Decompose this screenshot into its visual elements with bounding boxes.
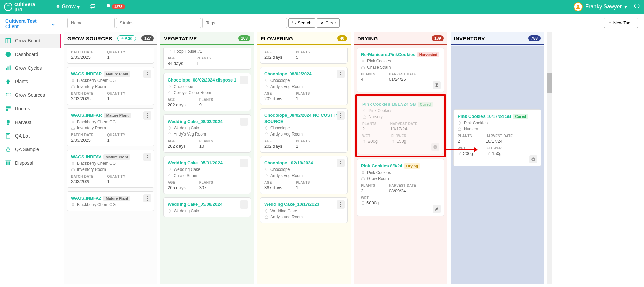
sidebar-icon	[5, 92, 12, 98]
card-title[interactable]: Chocolope_08/02/2024 NO COST IN SOURCE	[264, 113, 339, 124]
chevron-down-icon: ⌄	[51, 21, 55, 26]
card-title[interactable]: WAGS.INBFAP	[71, 71, 102, 76]
inventory-card: Pink Cookies 10/17/24 SBCuredPink Cookie…	[453, 109, 541, 166]
search-button[interactable]: Search	[288, 18, 315, 28]
card-title[interactable]: Wedding Cake_10/17/2023	[264, 202, 319, 207]
leaf-icon[interactable]	[433, 205, 441, 213]
card-menu-button[interactable]: ⋮	[143, 194, 151, 202]
sidebar-icon	[5, 146, 12, 153]
card-title[interactable]: Chocolope_08/02/2024	[264, 71, 311, 76]
card-title[interactable]: Wedding Cake_05/31/2024	[168, 160, 223, 165]
client-selector[interactable]: Cultivera Test Client ⌄	[0, 14, 61, 34]
hourglass-icon[interactable]	[433, 81, 441, 89]
name-input[interactable]	[67, 18, 115, 28]
grow-board: GROW SOURCES + Add 127 BATCH DATE2/03/20…	[61, 32, 644, 287]
clear-button[interactable]: ✕ Clear	[317, 18, 340, 28]
sidebar-item-label: QA Sample	[15, 147, 39, 152]
sidebar-item-grow-board[interactable]: Grow Board	[0, 34, 61, 48]
veg-card: Hoop House #1AGE84 daysPLANTS1	[163, 48, 251, 70]
column-count: 103	[238, 35, 250, 41]
sidebar-item-label: Disposal	[15, 160, 33, 166]
room-line: Nursery	[458, 127, 537, 131]
card-title[interactable]: Wedding Cake_08/02/2024	[168, 119, 223, 124]
strain-line: Blackberry Chem OG	[71, 78, 150, 83]
scrollbar-thumb[interactable]	[547, 73, 552, 93]
notifications[interactable]: 1278	[106, 3, 125, 10]
room-line: Nursery	[362, 114, 439, 119]
column-title: VEGETATIVE	[164, 36, 197, 41]
column-count: 788	[528, 35, 541, 41]
svg-rect-18	[8, 162, 9, 165]
sidebar-item-label: Dashboard	[15, 52, 38, 57]
vertical-scrollbar[interactable]	[547, 32, 552, 284]
card-menu-button[interactable]: ⋮	[143, 153, 151, 161]
svg-point-11	[10, 95, 11, 96]
source-card: ⋮WAGS.INBFAVMature PlantBlackberry Chem …	[67, 150, 154, 188]
search-icon	[292, 20, 296, 25]
strain-line: Blackberry Chem OG	[71, 120, 150, 124]
close-icon: ✕	[320, 20, 324, 25]
sidebar-item-qa-sample[interactable]: QA Sample	[0, 143, 61, 156]
card-title[interactable]: Pink Cookies 8/9/24	[361, 163, 402, 168]
sidebar-item-harvest[interactable]: Harvest	[0, 115, 61, 129]
search-label: Search	[298, 20, 311, 25]
sidebar-item-dashboard[interactable]: Dashboard	[0, 48, 61, 61]
check-circle-icon[interactable]	[431, 143, 439, 151]
room-line: Chase Strain	[361, 65, 440, 70]
sidebar-item-rooms[interactable]: Rooms	[0, 102, 61, 115]
strains-input[interactable]	[116, 18, 201, 28]
svg-rect-15	[6, 133, 10, 138]
user-menu[interactable]: Franky Sawyer ▾	[574, 2, 627, 11]
sidebar-item-plants[interactable]: Plants	[0, 75, 61, 88]
card-menu-button[interactable]: ⋮	[337, 70, 345, 78]
column-title: GROW SOURCES	[67, 36, 112, 41]
card-menu-button[interactable]: ⋮	[337, 159, 345, 167]
svg-rect-5	[10, 66, 11, 70]
sidebar-item-label: Rooms	[15, 106, 30, 111]
card-menu-button[interactable]: ⋮	[240, 118, 248, 126]
sidebar-item-disposal[interactable]: Disposal	[0, 156, 61, 170]
nav-grow[interactable]: Grow ▾	[56, 4, 80, 10]
highlight-annotation: Pink Cookies 10/17/24 SBCuredPink Cookie…	[355, 94, 446, 157]
strain-line: Pink Cookies	[362, 108, 439, 113]
card-menu-button[interactable]: ⋮	[337, 200, 345, 209]
check-circle-icon[interactable]	[529, 155, 537, 163]
veg-card: ⋮Wedding Cake_05/08/2024Wedding Cake	[163, 197, 251, 217]
new-tag-button[interactable]: ＋ New Tag...	[604, 18, 638, 28]
sidebar-icon	[5, 132, 12, 139]
column-inventory: INVENTORY 788 Pink Cookies 10/17/24 SBCu…	[451, 32, 544, 284]
sidebar-item-grow-cycles[interactable]: Grow Cycles	[0, 61, 61, 75]
card-title[interactable]: Pink Cookies 10/17/24 SB	[362, 102, 416, 107]
sidebar: Cultivera Test Client ⌄ Grow BoardDashbo…	[0, 14, 61, 287]
card-title[interactable]: Wedding Cake_05/08/2024	[168, 202, 223, 207]
sync-icon[interactable]	[90, 3, 95, 10]
card-title[interactable]: WAGS.INBFAZ	[71, 196, 101, 201]
sidebar-item-qa-lot[interactable]: QA Lot	[0, 129, 61, 143]
card-title[interactable]: Chocolope - 02/19/2024	[264, 160, 313, 165]
card-menu-button[interactable]: ⋮	[240, 159, 248, 167]
svg-point-22	[433, 145, 437, 149]
source-card: BATCH DATE2/03/2025QUANTITY1	[67, 48, 154, 64]
card-title[interactable]: Chocolope_08/02/2024 dispose 1	[168, 77, 236, 83]
strain-line: Blackberry Chem OG	[71, 202, 150, 207]
card-title[interactable]: Pink Cookies 10/17/24 SB	[458, 114, 511, 119]
tags-input[interactable]	[202, 18, 287, 28]
add-source-button[interactable]: + Add	[117, 35, 136, 41]
card-title[interactable]: Re-Manicure.PinkCookies	[361, 52, 415, 57]
client-name: Cultivera Test Client	[5, 18, 50, 29]
column-grow-sources: GROW SOURCES + Add 127 BATCH DATE2/03/20…	[64, 32, 157, 284]
card-title[interactable]: WAGS.INBFAV	[71, 154, 101, 159]
card-menu-button[interactable]: ⋮	[240, 76, 248, 84]
sidebar-item-grow-sources[interactable]: Grow Sources	[0, 88, 61, 102]
source-card: ⋮WAGS.INBFAZMature PlantBlackberry Chem …	[67, 191, 154, 211]
username: Franky Sawyer	[585, 4, 622, 10]
strain-line: Wedding Cake	[264, 209, 343, 213]
card-menu-button[interactable]: ⋮	[337, 111, 345, 120]
card-title[interactable]: WAGS.INBFAR	[71, 113, 102, 118]
card-menu-button[interactable]: ⋮	[240, 200, 248, 209]
logout-button[interactable]	[634, 3, 640, 11]
card-menu-button[interactable]: ⋮	[143, 111, 151, 120]
card-menu-button[interactable]: ⋮	[143, 70, 151, 78]
veg-card: ⋮Wedding Cake_08/02/2024Wedding CakeAndy…	[163, 114, 251, 153]
brand-logo[interactable]: cultiverapro	[4, 2, 35, 12]
